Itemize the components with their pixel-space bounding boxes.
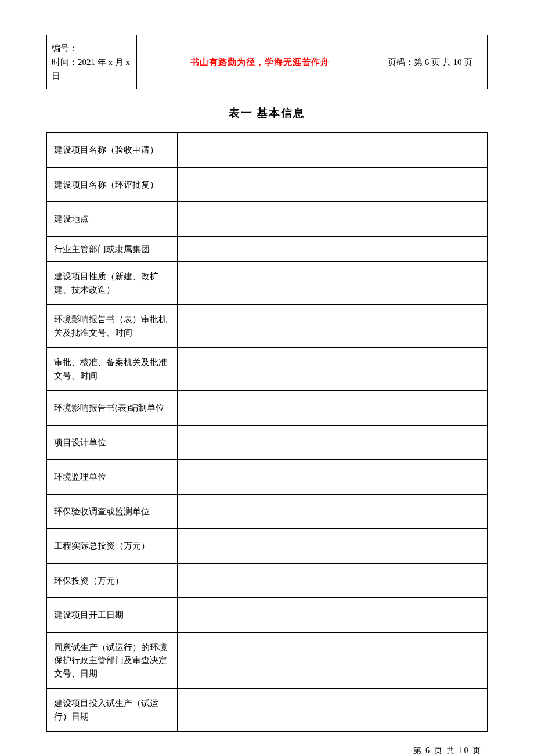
page-footer: 第 6 页 共 10 页 xyxy=(46,746,488,756)
row-value xyxy=(178,305,488,348)
table-row: 环境影响报告书(表)编制单位 xyxy=(47,391,488,426)
row-label: 工程实际总投资（万元） xyxy=(47,529,178,564)
table-row: 环境影响报告书（表）审批机关及批准文号、时间 xyxy=(47,305,488,348)
row-label: 环境影响报告书（表）审批机关及批准文号、时间 xyxy=(47,305,178,348)
row-value xyxy=(178,460,488,495)
table-row: 建设项目开工日期 xyxy=(47,598,488,633)
table-row: 建设项目投入试生产（试运行）日期 xyxy=(47,689,488,732)
row-label: 环境监理单位 xyxy=(47,460,178,495)
row-label: 建设项目名称（验收申请） xyxy=(47,133,178,168)
row-value xyxy=(178,262,488,305)
table-row: 建设项目性质（新建、改扩建、技术改造） xyxy=(47,262,488,305)
table-row: 建设地点 xyxy=(47,202,488,237)
row-value xyxy=(178,391,488,426)
row-value xyxy=(178,598,488,633)
table-row: 行业主管部门或隶属集团 xyxy=(47,236,488,262)
header-motto: 书山有路勤为径，学海无涯苦作舟 xyxy=(137,35,383,89)
row-value xyxy=(178,348,488,391)
row-label: 行业主管部门或隶属集团 xyxy=(47,236,178,262)
table-row: 审批、核准、备案机关及批准文号、时间 xyxy=(47,348,488,391)
table-row: 建设项目名称（验收申请） xyxy=(47,133,488,168)
table-title: 表一 基本信息 xyxy=(46,106,488,121)
table-row: 环境监理单位 xyxy=(47,460,488,495)
main-info-table: 建设项目名称（验收申请） 建设项目名称（环评批复） 建设地点 行业主管部门或隶属… xyxy=(46,132,488,732)
header-table: 编号： 时间：2021 年 x 月 x 日 书山有路勤为径，学海无涯苦作舟 页码… xyxy=(46,35,488,89)
row-value xyxy=(178,133,488,168)
row-value xyxy=(178,236,488,262)
table-row: 工程实际总投资（万元） xyxy=(47,529,488,564)
table-row: 建设项目名称（环评批复） xyxy=(47,167,488,202)
time-label: 时间：2021 年 x 月 x 日 xyxy=(52,55,132,83)
table-row: 环保投资（万元） xyxy=(47,563,488,598)
table-row: 同意试生产（试运行）的环境保护行政主管部门及审查决定文号、日期 xyxy=(47,632,488,689)
row-value xyxy=(178,425,488,460)
row-value xyxy=(178,494,488,529)
row-label: 环保验收调查或监测单位 xyxy=(47,494,178,529)
table-row: 项目设计单位 xyxy=(47,425,488,460)
table-row: 环保验收调查或监测单位 xyxy=(47,494,488,529)
header-left-cell: 编号： 时间：2021 年 x 月 x 日 xyxy=(47,35,137,89)
row-label: 建设项目性质（新建、改扩建、技术改造） xyxy=(47,262,178,305)
row-value xyxy=(178,202,488,237)
row-label: 环境影响报告书(表)编制单位 xyxy=(47,391,178,426)
row-value xyxy=(178,167,488,202)
row-label: 建设项目名称（环评批复） xyxy=(47,167,178,202)
row-label: 环保投资（万元） xyxy=(47,563,178,598)
row-label: 同意试生产（试运行）的环境保护行政主管部门及审查决定文号、日期 xyxy=(47,632,178,689)
page-container: 编号： 时间：2021 年 x 月 x 日 书山有路勤为径，学海无涯苦作舟 页码… xyxy=(0,0,534,756)
row-value xyxy=(178,563,488,598)
row-value xyxy=(178,689,488,732)
row-label: 项目设计单位 xyxy=(47,425,178,460)
header-page-code: 页码：第 6 页 共 10 页 xyxy=(383,35,488,89)
serial-label: 编号： xyxy=(52,41,132,55)
row-label: 审批、核准、备案机关及批准文号、时间 xyxy=(47,348,178,391)
row-label: 建设项目开工日期 xyxy=(47,598,178,633)
row-value xyxy=(178,529,488,564)
row-value xyxy=(178,632,488,689)
row-label: 建设项目投入试生产（试运行）日期 xyxy=(47,689,178,732)
row-label: 建设地点 xyxy=(47,202,178,237)
